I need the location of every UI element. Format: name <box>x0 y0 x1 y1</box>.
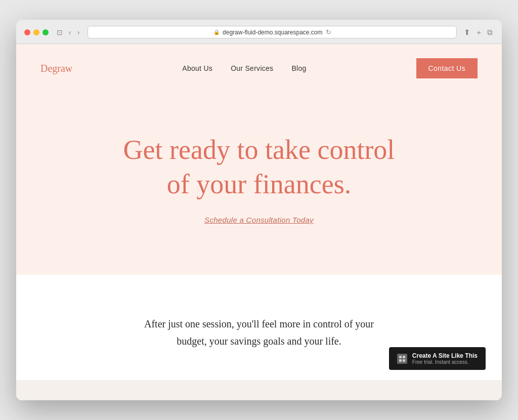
nav-item-about[interactable]: About Us <box>182 64 212 73</box>
browser-actions: ⬆ + ⧉ <box>463 27 494 38</box>
back-button[interactable]: ‹ <box>67 27 73 37</box>
url-text: degraw-fluid-demo.squarespace.com <box>223 29 322 36</box>
hero-title: Get ready to take control of your financ… <box>117 133 401 201</box>
reload-icon[interactable]: ↻ <box>326 28 331 36</box>
bottom-tease <box>16 380 502 400</box>
browser-window: ⊡ ‹ › 🔒 degraw-fluid-demo.squarespace.co… <box>16 20 502 400</box>
website-wrapper: Degraw About Us Our Services Blog Contac… <box>16 44 502 400</box>
squarespace-logo-icon <box>397 354 407 364</box>
new-tab-button[interactable]: + <box>476 27 482 37</box>
contact-us-button[interactable]: Contact Us <box>416 58 478 78</box>
forward-button[interactable]: › <box>75 27 82 37</box>
svg-rect-0 <box>399 356 402 358</box>
content-paragraph: After just one session, you'll feel more… <box>143 315 375 350</box>
badge-text: Create A Site Like This Free trial. Inst… <box>412 352 478 365</box>
svg-rect-1 <box>403 356 405 358</box>
fullscreen-button[interactable] <box>42 29 49 35</box>
site-logo[interactable]: Degraw <box>40 63 72 74</box>
badge-main-text: Create A Site Like This <box>412 352 478 359</box>
squarespace-badge[interactable]: Create A Site Like This Free trial. Inst… <box>389 347 486 370</box>
badge-sub-text: Free trial. Instant access. <box>412 359 478 365</box>
nav-links: About Us Our Services Blog <box>182 64 306 73</box>
lock-icon: 🔒 <box>213 29 220 35</box>
browser-chrome: ⊡ ‹ › 🔒 degraw-fluid-demo.squarespace.co… <box>16 20 502 44</box>
address-bar[interactable]: 🔒 degraw-fluid-demo.squarespace.com ↻ <box>88 26 457 38</box>
tab-overview-button[interactable]: ⧉ <box>486 27 494 38</box>
nav-link-about[interactable]: About Us <box>182 64 212 72</box>
schedule-consultation-button[interactable]: Schedule a Consultation Today <box>204 216 314 224</box>
close-button[interactable] <box>24 29 30 35</box>
nav-link-blog[interactable]: Blog <box>291 64 306 72</box>
hero-section: Get ready to take control of your financ… <box>16 93 502 275</box>
browser-nav-controls: ⊡ ‹ › <box>55 27 81 37</box>
traffic-lights <box>24 29 49 35</box>
svg-rect-2 <box>399 359 402 362</box>
nav-link-services[interactable]: Our Services <box>231 64 273 72</box>
nav-item-blog[interactable]: Blog <box>291 64 306 73</box>
navbar: Degraw About Us Our Services Blog Contac… <box>16 44 502 93</box>
share-button[interactable]: ⬆ <box>463 27 471 38</box>
window-toggle-button[interactable]: ⊡ <box>55 27 65 37</box>
minimize-button[interactable] <box>33 29 39 35</box>
nav-item-services[interactable]: Our Services <box>231 64 273 73</box>
svg-rect-3 <box>403 359 405 362</box>
